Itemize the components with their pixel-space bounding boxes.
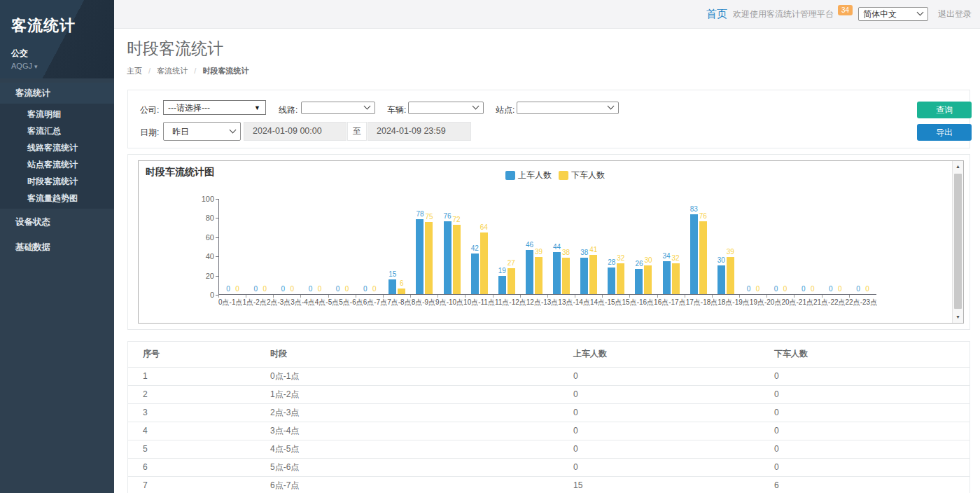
account-dropdown[interactable]: AQGJ ▾ <box>11 62 103 70</box>
date-from-input[interactable]: 2024-01-09 00:00 <box>244 122 346 141</box>
breadcrumb-parent[interactable]: 客流统计 <box>157 67 188 75</box>
bar-下车人数[interactable]: 0 <box>261 199 269 294</box>
sidebar-item-客流明细[interactable]: 客流明细 <box>0 106 114 123</box>
bar-上车人数[interactable]: 83 <box>690 199 698 294</box>
bar-value-label: 42 <box>471 244 479 252</box>
sidebar-section-设备状态[interactable]: 设备状态 <box>0 211 114 232</box>
bar-上车人数[interactable]: 15 <box>388 199 396 294</box>
bar-下车人数[interactable]: 75 <box>425 199 433 294</box>
chevron-down-icon: ▾ <box>34 63 38 70</box>
bar-上车人数[interactable]: 19 <box>498 199 506 294</box>
legend-item-上车人数[interactable]: 上车人数 <box>505 169 552 181</box>
bar-上车人数[interactable]: 42 <box>471 199 479 294</box>
company-select-value: ---请选择--- <box>164 101 265 115</box>
scrollbar-thumb[interactable] <box>954 174 962 309</box>
bar-上车人数[interactable]: 0 <box>745 199 752 294</box>
logout-link[interactable]: 退出登录 <box>938 8 972 20</box>
bar-group-1点-2点: 00 <box>246 199 274 294</box>
sidebar-item-线路客流统计[interactable]: 线路客流统计 <box>0 139 114 156</box>
bar-value-label: 0 <box>226 285 230 293</box>
scroll-up-icon[interactable]: ▲ <box>953 161 963 172</box>
bar-下车人数[interactable]: 32 <box>672 199 680 294</box>
bar-上车人数[interactable]: 46 <box>526 199 533 294</box>
bar-上车人数[interactable]: 0 <box>252 199 260 294</box>
bar-下车人数[interactable]: 39 <box>727 199 734 294</box>
bar-下车人数[interactable]: 76 <box>699 199 707 294</box>
bar-下车人数[interactable]: 0 <box>781 199 789 294</box>
bar-group-6点-7点: 156 <box>384 199 411 294</box>
bar-下车人数[interactable]: 39 <box>535 199 542 294</box>
bar-下车人数[interactable]: 0 <box>234 199 241 294</box>
bar-下车人数[interactable]: 0 <box>863 199 871 294</box>
sidebar-item-站点客流统计[interactable]: 站点客流统计 <box>0 156 114 173</box>
chart-scrollbar[interactable]: ▲ ▼ <box>952 161 963 323</box>
bar-下车人数[interactable]: 38 <box>562 199 570 294</box>
bar-下车人数[interactable]: 6 <box>398 199 405 294</box>
home-link[interactable]: 首页 <box>706 8 727 21</box>
breadcrumb-current: 时段客流统计 <box>202 67 248 75</box>
bar-下车人数[interactable]: 27 <box>507 199 515 294</box>
bar-下车人数[interactable]: 0 <box>343 199 351 294</box>
language-select[interactable]: 简体中文 <box>858 7 928 21</box>
y-tick-label: 0 <box>188 291 214 299</box>
bar-上车人数[interactable]: 76 <box>444 199 451 294</box>
bar-下车人数[interactable]: 30 <box>644 199 652 294</box>
table-cell: 6 <box>128 458 255 476</box>
sidebar-item-时段客流统计[interactable]: 时段客流统计 <box>0 173 114 190</box>
bar-value-label: 38 <box>580 249 588 256</box>
bar-rect <box>425 222 433 294</box>
bar-下车人数[interactable]: 72 <box>453 199 461 294</box>
table-cell: 15 <box>559 476 760 493</box>
export-button[interactable]: 导出 <box>917 124 972 141</box>
bar-上车人数[interactable]: 0 <box>307 199 314 294</box>
date-to-input[interactable]: 2024-01-09 23:59 <box>368 122 471 141</box>
bar-下车人数[interactable]: 32 <box>617 199 624 294</box>
company-select[interactable]: ---请选择--- ▼ <box>163 100 266 115</box>
bar-上车人数[interactable]: 0 <box>361 199 369 294</box>
bar-下车人数[interactable]: 0 <box>370 199 378 294</box>
bar-上车人数[interactable]: 0 <box>334 199 342 294</box>
sidebar-section-基础数据[interactable]: 基础数据 <box>0 237 114 258</box>
bar-value-label: 0 <box>262 285 267 293</box>
bar-上车人数[interactable]: 0 <box>279 199 287 294</box>
bar-rect <box>388 279 396 294</box>
bar-上车人数[interactable]: 44 <box>553 199 561 294</box>
legend-item-下车人数[interactable]: 下车人数 <box>559 169 605 181</box>
bar-上车人数[interactable]: 34 <box>663 199 671 294</box>
sidebar-section-客流统计[interactable]: 客流统计 <box>0 83 114 104</box>
scroll-down-icon[interactable]: ▼ <box>953 312 963 323</box>
line-select[interactable] <box>301 102 375 114</box>
bar-上车人数[interactable]: 0 <box>225 199 232 294</box>
sidebar-item-客流量趋势图[interactable]: 客流量趋势图 <box>0 190 114 207</box>
bar-下车人数[interactable]: 0 <box>808 199 816 294</box>
bar-上车人数[interactable]: 0 <box>799 199 807 294</box>
welcome-text: 欢迎使用客流统计管理平台 <box>733 8 834 20</box>
date-preset-select[interactable]: 昨日 <box>163 122 241 141</box>
x-axis-label: 15点-16点 <box>622 298 654 307</box>
notification-badge[interactable]: 34 <box>838 5 853 15</box>
bar-下车人数[interactable]: 64 <box>480 199 488 294</box>
bar-value-label: 76 <box>444 212 451 220</box>
query-button[interactable]: 查询 <box>917 102 972 118</box>
sidebar-item-客流汇总[interactable]: 客流汇总 <box>0 123 114 139</box>
bar-上车人数[interactable]: 78 <box>416 199 424 294</box>
bar-上车人数[interactable]: 28 <box>608 199 615 294</box>
breadcrumb-home[interactable]: 主页 <box>127 67 142 75</box>
bar-上车人数[interactable]: 38 <box>580 199 588 294</box>
table-cell: 2 <box>128 385 255 403</box>
bar-下车人数[interactable]: 0 <box>754 199 762 294</box>
bar-value-label: 0 <box>802 285 806 293</box>
bar-下车人数[interactable]: 0 <box>316 199 323 294</box>
bar-上车人数[interactable]: 0 <box>772 199 780 294</box>
station-select[interactable] <box>517 102 619 114</box>
bar-下车人数[interactable]: 0 <box>288 199 296 294</box>
bar-上车人数[interactable]: 30 <box>718 199 725 294</box>
vehicle-select[interactable] <box>408 102 484 114</box>
bar-上车人数[interactable]: 0 <box>827 199 834 294</box>
bar-上车人数[interactable]: 26 <box>635 199 643 294</box>
bar-上车人数[interactable]: 0 <box>854 199 862 294</box>
bar-下车人数[interactable]: 41 <box>589 199 597 294</box>
bar-下车人数[interactable]: 0 <box>836 199 844 294</box>
chart-x-axis: 0点-1点1点-2点2点-3点3点-4点4点-5点5点-6点6点-7点7点-8点… <box>218 298 876 307</box>
bar-rect <box>699 221 707 294</box>
